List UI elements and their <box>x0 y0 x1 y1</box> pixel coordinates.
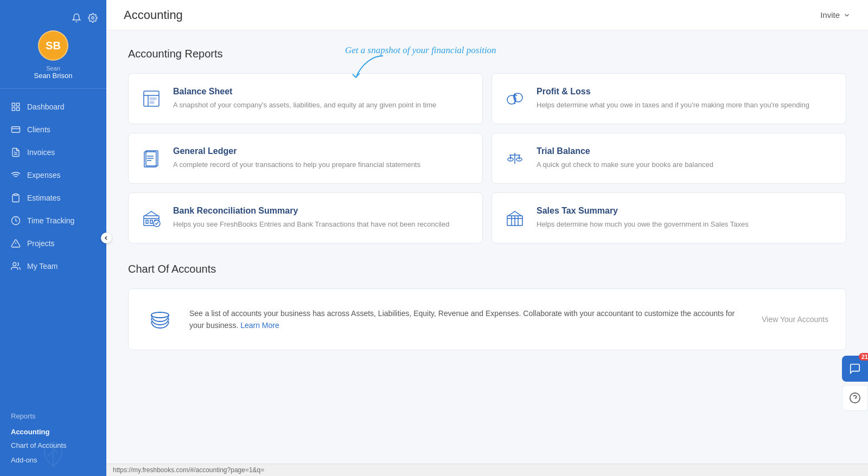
svg-point-0 <box>92 17 94 20</box>
svg-rect-21 <box>150 98 156 100</box>
svg-rect-39 <box>146 220 148 223</box>
chat-icon <box>849 363 861 375</box>
bank-reconciliation-desc: Helps you see FreshBooks Entries and Ban… <box>173 219 449 230</box>
view-accounts-button[interactable]: View Your Accounts <box>762 315 828 324</box>
settings-icon[interactable] <box>88 13 98 25</box>
sidebar-item-clients-label: Clients <box>27 125 50 134</box>
svg-point-48 <box>151 312 169 318</box>
sidebar-top: SB Sean Sean Brison <box>0 0 106 89</box>
bank-reconciliation-card[interactable]: Bank Reconciliation Summary Helps you se… <box>128 192 483 243</box>
general-ledger-text: General Ledger A complete record of your… <box>173 146 420 170</box>
profit-loss-desc: Helps determine what you owe in taxes an… <box>537 100 809 111</box>
svg-rect-2 <box>17 103 20 106</box>
svg-rect-1 <box>12 103 15 106</box>
chart-of-accounts-section: Chart Of Accounts See a list of accounts… <box>128 263 846 350</box>
invite-label: Invite <box>820 10 840 20</box>
sidebar-icon-row <box>0 13 106 25</box>
invoices-icon <box>11 147 21 157</box>
coa-description: See a list of accounts your business has… <box>189 307 746 332</box>
team-icon <box>11 261 21 271</box>
sidebar-fullname: Sean Brison <box>34 72 73 80</box>
profit-loss-title: Profit & Loss <box>537 87 809 97</box>
coa-icon <box>146 304 174 335</box>
sidebar-item-expenses-label: Expenses <box>27 171 60 179</box>
sidebar-item-estimates-label: Estimates <box>27 194 60 202</box>
sidebar-item-clients[interactable]: Clients <box>0 118 106 141</box>
badge-count: 21 <box>859 353 868 361</box>
balance-sheet-desc: A snapshot of your company's assets, lia… <box>173 100 436 111</box>
leaf-icon <box>42 440 64 469</box>
trial-balance-desc: A quick gut check to make sure your book… <box>537 159 713 170</box>
svg-rect-3 <box>17 108 20 111</box>
bank-reconciliation-title: Bank Reconciliation Summary <box>173 206 449 216</box>
svg-rect-40 <box>150 220 152 223</box>
profit-loss-icon <box>503 87 527 111</box>
sidebar-item-estimates[interactable]: Estimates <box>0 186 106 209</box>
invite-button[interactable]: Invite <box>820 10 851 20</box>
report-cards-grid: Balance Sheet A snapshot of your company… <box>128 73 846 243</box>
chevron-down-icon <box>843 11 851 19</box>
sales-tax-icon <box>503 206 527 230</box>
sidebar-item-accounting[interactable]: Accounting <box>0 422 106 438</box>
sales-tax-desc: Helps determine how much you owe the gov… <box>537 219 749 230</box>
callout-arrow <box>350 54 394 81</box>
url-text: https://my.freshbooks.com/#/accounting?p… <box>113 466 264 474</box>
sidebar-item-expenses[interactable]: Expenses <box>0 164 106 186</box>
grid-icon <box>11 102 21 112</box>
chat-badge-button[interactable]: 21 <box>842 356 868 382</box>
sidebar-collapse-button[interactable] <box>101 233 112 243</box>
sidebar-item-time-tracking[interactable]: Time Tracking <box>0 209 106 232</box>
expenses-icon <box>11 170 21 180</box>
sidebar-item-time-tracking-label: Time Tracking <box>27 216 74 225</box>
url-bar: https://my.freshbooks.com/#/accounting?p… <box>106 464 868 476</box>
profit-loss-text: Profit & Loss Helps determine what you o… <box>537 87 809 111</box>
svg-rect-10 <box>14 194 17 196</box>
sidebar: SB Sean Sean Brison Dashboard Clients In… <box>0 0 106 476</box>
topbar: Accounting Invite <box>106 0 868 30</box>
coa-learn-more-link[interactable]: Learn More <box>240 321 279 330</box>
help-badge-button[interactable] <box>842 385 868 411</box>
general-ledger-title: General Ledger <box>173 146 420 156</box>
sales-tax-card[interactable]: Sales Tax Summary Helps determine how mu… <box>492 192 846 243</box>
chart-of-accounts-title: Chart Of Accounts <box>128 263 846 275</box>
bank-reconciliation-text: Bank Reconciliation Summary Helps you se… <box>173 206 449 230</box>
float-badge: 21 <box>842 356 868 411</box>
balance-sheet-card[interactable]: Balance Sheet A snapshot of your company… <box>128 73 483 124</box>
balance-sheet-icon <box>139 87 163 111</box>
sidebar-item-projects[interactable]: Projects <box>0 232 106 255</box>
sidebar-item-dashboard-label: Dashboard <box>27 102 65 111</box>
sidebar-item-my-team-label: My Team <box>27 262 58 271</box>
svg-point-49 <box>850 393 860 403</box>
general-ledger-card[interactable]: General Ledger A complete record of your… <box>128 133 483 184</box>
trial-balance-card[interactable]: Trial Balance A quick gut check to make … <box>492 133 846 184</box>
svg-rect-5 <box>12 127 20 133</box>
chart-of-accounts-card[interactable]: See a list of accounts your business has… <box>128 288 846 350</box>
page-title: Accounting <box>124 8 183 22</box>
sidebar-nav: Dashboard Clients Invoices Expenses Esti… <box>0 89 106 407</box>
clients-icon <box>11 125 21 134</box>
sidebar-item-reports[interactable]: Reports <box>0 407 106 422</box>
balance-sheet-title: Balance Sheet <box>173 87 436 97</box>
question-icon <box>849 392 861 404</box>
sidebar-item-invoices[interactable]: Invoices <box>0 141 106 164</box>
bank-reconciliation-icon <box>139 206 163 230</box>
main-content: Accounting Invite Accounting Reports Get… <box>106 0 868 476</box>
svg-rect-4 <box>12 108 15 111</box>
trial-balance-text: Trial Balance A quick gut check to make … <box>537 146 713 170</box>
sidebar-item-dashboard[interactable]: Dashboard <box>0 95 106 118</box>
content-area: Accounting Reports Get a snapshot of you… <box>106 30 868 464</box>
trial-balance-title: Trial Balance <box>537 146 713 156</box>
projects-icon <box>11 239 21 248</box>
notification-icon[interactable] <box>72 13 81 25</box>
general-ledger-desc: A complete record of your transactions t… <box>173 159 420 170</box>
sidebar-item-projects-label: Projects <box>27 239 55 248</box>
balance-sheet-text: Balance Sheet A snapshot of your company… <box>173 87 436 111</box>
profit-loss-card[interactable]: Profit & Loss Helps determine what you o… <box>492 73 846 124</box>
sales-tax-title: Sales Tax Summary <box>537 206 749 216</box>
sidebar-item-my-team[interactable]: My Team <box>0 255 106 278</box>
sidebar-username: Sean <box>46 65 60 72</box>
estimates-icon <box>11 193 21 203</box>
svg-line-16 <box>48 451 53 456</box>
avatar: SB <box>38 30 68 61</box>
sidebar-item-invoices-label: Invoices <box>27 148 55 157</box>
